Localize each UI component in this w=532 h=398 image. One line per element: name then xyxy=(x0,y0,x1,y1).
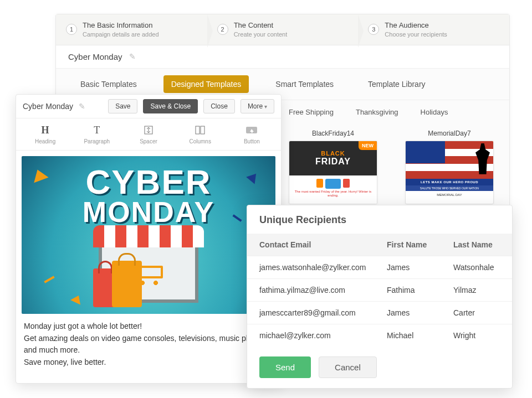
hero-title-line2: MONDAY xyxy=(22,199,275,226)
cell-last: Wright xyxy=(453,331,500,340)
template-card-blackfriday[interactable]: BlackFriday14 NEW BLACK FRIDAY The most … xyxy=(289,130,377,204)
table-row[interactable]: fathima.yilmaz@live.com Fathima Yilmaz xyxy=(247,278,512,301)
pencil-icon[interactable]: ✎ xyxy=(129,52,136,61)
bf-caption: The most wanted Friday of the year. Hurr… xyxy=(291,190,375,197)
new-badge: NEW xyxy=(359,141,377,150)
col-header-first: First Name xyxy=(387,240,453,249)
filter-free-shipping[interactable]: Free Shipping xyxy=(289,108,334,116)
table-header: Contact Email First Name Last Name xyxy=(247,234,512,256)
more-button[interactable]: More xyxy=(241,99,274,113)
step-title: The Audience xyxy=(385,21,447,30)
cell-last: Carter xyxy=(453,308,500,317)
tool-label: Paragraph xyxy=(84,138,110,144)
bag-icon xyxy=(316,179,323,188)
tool-button[interactable]: Button xyxy=(232,124,271,144)
paragraph-icon: T xyxy=(91,124,103,136)
recipients-table: Contact Email First Name Last Name james… xyxy=(247,234,512,347)
step-number: 1 xyxy=(66,24,77,35)
table-row[interactable]: james.watsonhale@zylker.com James Watson… xyxy=(247,256,512,278)
cell-email: michael@zylker.com xyxy=(259,331,387,340)
cancel-button[interactable]: Cancel xyxy=(319,356,377,378)
recipients-modal: Unique Recipients Contact Email First Na… xyxy=(247,205,513,389)
flag-canton-icon xyxy=(406,141,445,164)
tool-paragraph[interactable]: T Paragraph xyxy=(78,124,116,144)
columns-icon xyxy=(194,124,206,136)
copy-line: Save money, live better. xyxy=(24,356,273,369)
step-subtitle: Choose your recipients xyxy=(385,31,447,38)
tool-heading[interactable]: H Heading xyxy=(26,124,65,144)
heading-icon: H xyxy=(39,124,52,136)
bf-line2: FRIDAY xyxy=(315,157,351,167)
wizard-step-3[interactable]: 3 The Audience Choose your recipients xyxy=(358,14,509,45)
spacer-icon xyxy=(142,124,155,136)
template-thumbnail: NEW LETS MAKE OUR HERO PROUD SALUTE THOS… xyxy=(405,141,494,204)
memorial-brand: MEMORIAL DAY xyxy=(406,191,493,199)
wizard-steps: 1 The Basic Information Campaign details… xyxy=(56,14,509,45)
hero-title-line1: CYBER xyxy=(22,166,275,199)
shopping-bag-icon xyxy=(112,261,142,307)
campaign-name-row: Cyber Monday ✎ xyxy=(56,45,509,69)
storefront-icon xyxy=(325,179,341,189)
bag-icon xyxy=(343,179,350,188)
template-thumbnail: NEW BLACK FRIDAY The most wanted Friday … xyxy=(289,141,377,204)
col-header-last: Last Name xyxy=(453,240,500,249)
memorial-bar1: LETS MAKE OUR HERO PROUD xyxy=(406,179,493,185)
cell-email: james.watsonhale@zylker.com xyxy=(259,263,387,272)
cell-last: Yilmaz xyxy=(453,286,500,294)
svg-rect-1 xyxy=(196,126,200,134)
save-close-button[interactable]: Save & Close xyxy=(143,99,198,113)
tab-designed-templates[interactable]: Designed Templates xyxy=(163,75,249,93)
tool-label: Spacer xyxy=(140,138,157,144)
svg-rect-2 xyxy=(201,126,204,134)
tab-template-library[interactable]: Template Library xyxy=(360,75,433,93)
step-title: The Basic Information xyxy=(83,21,159,30)
email-editor-panel: Cyber Monday ✎ Save Save & Close Close M… xyxy=(16,94,282,384)
table-row[interactable]: michael@zylker.com Michael Wright xyxy=(247,324,512,347)
editor-canvas[interactable]: CYBER MONDAY Monday just got a whole lot… xyxy=(16,151,281,383)
tab-smart-templates[interactable]: Smart Templates xyxy=(268,75,341,93)
cell-last: Watsonhale xyxy=(453,263,500,272)
editor-tools: H Heading T Paragraph Spacer Columns But… xyxy=(16,118,281,151)
memorial-bar2: SALUTE THOSE WHO SERVED OUR NATION xyxy=(406,185,493,191)
step-subtitle: Create your content xyxy=(234,31,288,38)
cell-first: Fathima xyxy=(387,286,453,294)
pencil-icon[interactable]: ✎ xyxy=(79,102,85,111)
tool-label: Button xyxy=(244,138,260,144)
filter-holidays[interactable]: Holidays xyxy=(421,108,448,116)
copy-line: Get amazing deals on video game consoles… xyxy=(24,333,273,356)
template-card-memorial[interactable]: MemorialDay7 NEW LETS MAKE OUR HERO PROU… xyxy=(405,130,494,204)
tool-label: Columns xyxy=(189,138,211,144)
template-name: MemorialDay7 xyxy=(405,130,494,137)
cell-email: fathima.yilmaz@live.com xyxy=(259,286,387,294)
step-subtitle: Campaign details are added xyxy=(83,31,159,38)
filter-thanksgiving[interactable]: Thanksgiving xyxy=(356,108,398,116)
step-number: 2 xyxy=(217,24,228,35)
template-name: BlackFriday14 xyxy=(289,130,377,137)
button-icon xyxy=(245,124,258,136)
confetti-icon xyxy=(44,276,54,283)
step-number: 3 xyxy=(368,24,379,35)
send-button[interactable]: Send xyxy=(259,356,311,378)
tab-basic-templates[interactable]: Basic Templates xyxy=(73,75,145,93)
hero-graphic: CYBER MONDAY xyxy=(22,156,275,314)
bf-line1: BLACK xyxy=(321,150,345,157)
cell-first: James xyxy=(387,308,453,317)
modal-actions: Send Cancel xyxy=(247,347,512,388)
cell-first: James xyxy=(387,263,453,272)
save-button[interactable]: Save xyxy=(108,99,137,113)
step-title: The Content xyxy=(234,21,288,30)
cell-first: Michael xyxy=(387,331,453,340)
modal-heading: Unique Recipients xyxy=(247,205,512,234)
wizard-step-2[interactable]: 2 The Content Create your content xyxy=(207,14,359,45)
table-row[interactable]: jamesccarter89@gmail.com James Carter xyxy=(247,301,512,324)
campaign-name: Cyber Monday xyxy=(68,52,122,61)
email-copy[interactable]: Monday just got a whole lot better! Get … xyxy=(22,314,275,378)
editor-toolbar: Cyber Monday ✎ Save Save & Close Close M… xyxy=(16,95,281,118)
tool-spacer[interactable]: Spacer xyxy=(129,124,168,144)
copy-line: Monday just got a whole lot better! xyxy=(24,321,273,333)
close-button[interactable]: Close xyxy=(203,99,235,113)
soldier-silhouette-icon xyxy=(475,143,490,174)
editor-title: Cyber Monday xyxy=(23,102,73,111)
wizard-step-1[interactable]: 1 The Basic Information Campaign details… xyxy=(56,14,207,45)
tool-columns[interactable]: Columns xyxy=(181,124,219,144)
